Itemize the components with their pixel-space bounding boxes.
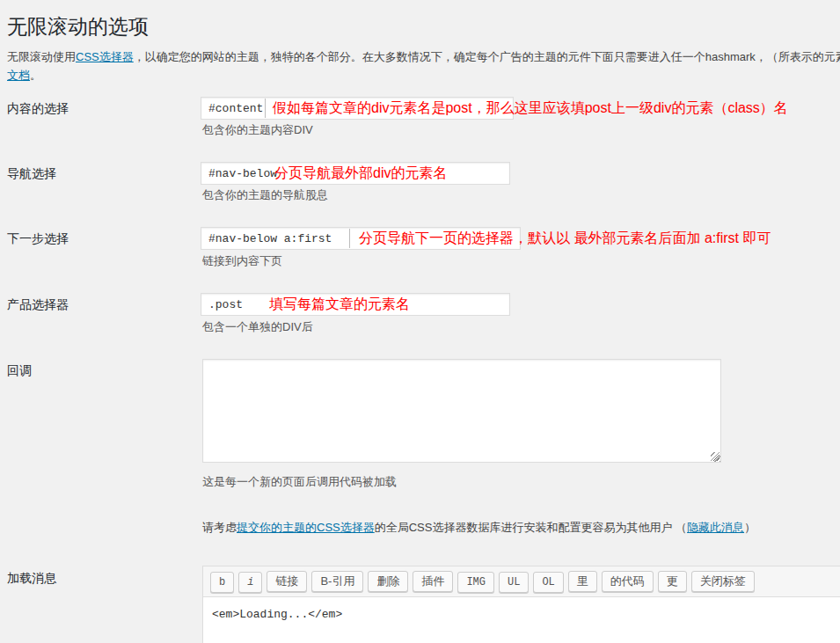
quicktag-button-关闭标签[interactable]: 关闭标签 [691,571,755,592]
css-selector-link[interactable]: CSS选择器 [76,50,134,63]
input-caret [349,229,350,248]
intro-text-end: 。 [30,69,41,82]
callback-label: 回调 [7,362,32,378]
next-selector-label: 下一步选择 [7,230,69,246]
notice-text-pre: 请考虑 [202,521,237,534]
quicktag-button-b[interactable]: b [210,572,234,593]
content-selector-annotation: 假如每篇文章的div元素名是post，那么这里应该填post上一级div的元素（… [273,99,788,117]
notice-text-mid: 的全局CSS选择器数据库进行安装和配置更容易为其他用户 （ [375,521,687,534]
intro-paragraph-line1: 无限滚动使用CSS选择器，以确定您的网站的主题，独特的各个部分。在大多数情况下，… [7,48,840,66]
nav-selector-label: 导航选择 [7,165,56,181]
quicktag-button-i[interactable]: i [238,572,262,593]
loading-message-textarea[interactable]: <em>Loading...</em> [203,597,840,643]
quicktag-button-更[interactable]: 更 [658,571,687,592]
hide-message-link[interactable]: 隐藏此消息 [687,521,744,534]
callback-textarea[interactable] [202,359,721,463]
submit-selectors-notice: 请考虑提交你的主题的CSS选择器的全局CSS选择器数据库进行安装和配置更容易为其… [202,520,756,536]
quicktag-button-删除[interactable]: 删除 [368,571,408,592]
item-selector-annotation: 填写每篇文章的元素名 [269,296,410,313]
intro-text-rest: ，以确定您的网站的主题，独特的各个部分。在大多数情况下，确定每个广告的主题的元件… [134,50,840,63]
submit-theme-selectors-link[interactable]: 提交你的主题的CSS选择器 [237,521,375,534]
infinite-scroll-options-page: 无限滚动的选项 无限滚动使用CSS选择器，以确定您的网站的主题，独特的各个部分。… [0,0,840,643]
quicktag-button-链接[interactable]: 链接 [267,571,307,592]
quicktag-button-B-引用[interactable]: B-引用 [311,571,363,592]
content-selector-label: 内容的选择 [7,100,69,116]
nav-selector-help: 包含你的主题的导航股息 [202,188,328,202]
quicktag-button-的代码[interactable]: 的代码 [602,571,654,592]
callback-help: 这是每一个新的页面后调用代码被加载 [202,475,397,489]
loading-message-label: 加载消息 [7,570,56,586]
content-selector-help: 包含你的主题内容DIV [202,123,313,137]
quicktag-button-IMG[interactable]: IMG [457,572,494,593]
quicktag-button-OL[interactable]: OL [533,572,563,593]
next-selector-annotation: 分页导航下一页的选择器，默认以 最外部元素名后面加 a:first 即可 [359,230,771,247]
notice-text-post: ） [744,521,756,534]
quicktag-button-里[interactable]: 里 [568,571,597,592]
intro-text-pre: 无限滚动使用 [7,50,76,63]
nav-selector-annotation: 分页导航最外部div的元素名 [274,164,447,182]
quicktag-button-插件[interactable]: 插件 [413,571,453,592]
next-selector-help: 链接到内容下页 [202,254,282,268]
quicktag-button-UL[interactable]: UL [499,572,529,593]
docs-link[interactable]: 文档 [7,69,30,82]
quicktags-toolbar: bi链接B-引用删除插件IMGULOL里的代码更关闭标签 [203,566,840,597]
input-caret [265,99,266,118]
item-selector-label: 产品选择器 [7,296,69,312]
intro-paragraph-line2: 文档。 [7,67,41,84]
item-selector-help: 包含一个单独的DIV后 [202,320,313,334]
loading-message-editor: bi链接B-引用删除插件IMGULOL里的代码更关闭标签 <em>Loading… [202,566,840,643]
page-title: 无限滚动的选项 [7,14,149,40]
